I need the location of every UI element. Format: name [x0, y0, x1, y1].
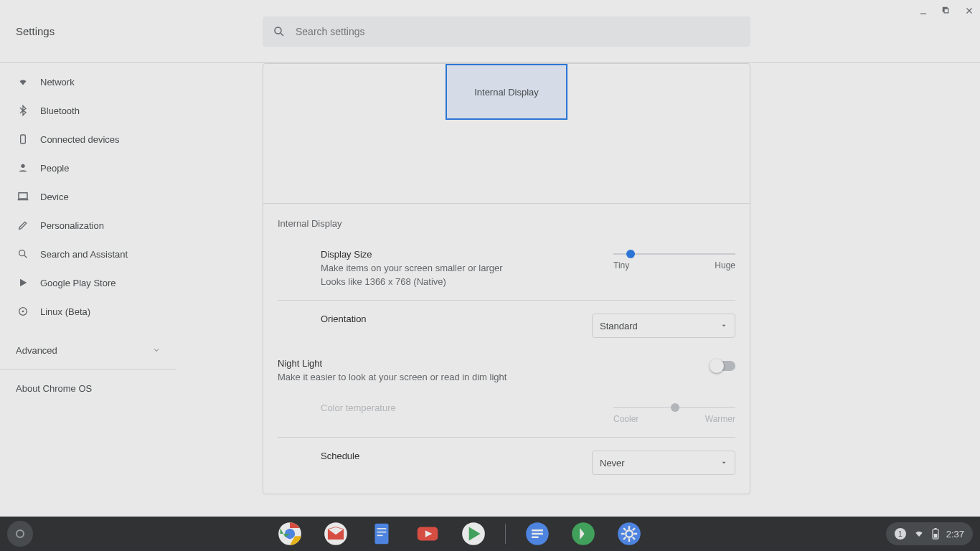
sidebar-item-label: Connected devices — [40, 134, 120, 145]
sidebar-item-label: Bluetooth — [40, 105, 80, 116]
sidebar-item-search-assistant[interactable]: Search and Assistant — [0, 240, 176, 268]
notification-count-badge: 1 — [895, 528, 906, 540]
svg-rect-21 — [934, 528, 936, 529]
wifi-icon — [16, 75, 30, 89]
sidebar-item-label: People — [40, 163, 69, 174]
night-light-sub: Make it easier to look at your screen or… — [278, 372, 507, 382]
display-preview-label: Internal Display — [474, 87, 539, 98]
tray-time: 2:37 — [946, 529, 964, 540]
dropdown-icon — [720, 459, 727, 466]
pencil-icon — [16, 218, 30, 232]
sidebar-about[interactable]: About Chrome OS — [0, 374, 176, 402]
search-icon — [16, 247, 30, 261]
svg-rect-10 — [374, 524, 388, 545]
app-settings[interactable] — [615, 519, 644, 548]
sidebar: Network Bluetooth Connected devices Peop… — [0, 63, 176, 517]
svg-point-0 — [275, 27, 281, 34]
bluetooth-icon — [16, 103, 30, 118]
color-temp-slider: Cooler Warmer — [613, 402, 735, 424]
sidebar-item-label: Google Play Store — [40, 278, 116, 288]
system-tray[interactable]: 1 2:37 — [886, 522, 973, 545]
person-icon — [16, 161, 30, 175]
svg-rect-3 — [19, 193, 27, 199]
display-size-slider[interactable]: Tiny Huge — [613, 249, 735, 270]
app-chrome[interactable] — [275, 519, 304, 548]
schedule-title: Schedule — [321, 451, 592, 461]
window-close-icon[interactable] — [963, 4, 976, 17]
svg-point-4 — [19, 250, 25, 256]
section-title-internal-display: Internal Display — [278, 218, 735, 229]
sidebar-item-bluetooth[interactable]: Bluetooth — [0, 96, 176, 125]
sidebar-divider — [0, 369, 176, 369]
svg-rect-1 — [21, 135, 26, 143]
orientation-value: Standard — [600, 321, 638, 331]
slider-min-label: Tiny — [613, 260, 629, 270]
sidebar-item-device[interactable]: Device — [0, 182, 176, 211]
launcher-button[interactable] — [7, 521, 33, 547]
display-size-title: Display Size — [321, 249, 592, 260]
svg-rect-12 — [377, 532, 387, 533]
app-play-store[interactable] — [459, 519, 488, 548]
sidebar-item-people[interactable]: People — [0, 154, 176, 182]
display-settings-card: Internal Display Internal Display Displa… — [263, 63, 750, 494]
orientation-title: Orientation — [321, 314, 592, 324]
display-size-sub1: Make items on your screen smaller or lar… — [321, 263, 592, 273]
svg-point-2 — [21, 164, 24, 168]
sidebar-item-network[interactable]: Network — [0, 67, 176, 96]
svg-rect-11 — [377, 528, 387, 529]
svg-rect-22 — [933, 534, 937, 538]
launcher-icon — [16, 529, 24, 538]
search-input[interactable] — [296, 26, 740, 37]
sidebar-about-label: About Chrome OS — [16, 383, 92, 394]
sidebar-advanced-toggle[interactable]: Advanced — [0, 336, 176, 364]
sidebar-item-label: Network — [40, 77, 75, 88]
sidebar-item-label: Personalization — [40, 220, 104, 231]
sidebar-item-linux[interactable]: Linux (Beta) — [0, 297, 176, 326]
window-restore-icon[interactable] — [940, 4, 953, 17]
laptop-icon — [16, 189, 30, 204]
sidebar-item-label: Device — [40, 192, 69, 202]
slider-thumb — [671, 403, 679, 412]
app-messages[interactable] — [523, 519, 552, 548]
display-preview-internal[interactable]: Internal Display — [446, 64, 567, 120]
battery-tray-icon — [932, 528, 939, 540]
sidebar-item-personalization[interactable]: Personalization — [0, 211, 176, 240]
chevron-down-icon — [152, 346, 161, 354]
sidebar-item-play-store[interactable]: Google Play Store — [0, 268, 176, 297]
sidebar-item-label: Linux (Beta) — [40, 306, 90, 317]
orientation-select[interactable]: Standard — [592, 314, 735, 338]
wifi-tray-icon — [913, 528, 925, 540]
slider-min-label: Cooler — [613, 414, 639, 424]
slider-thumb[interactable] — [626, 250, 635, 258]
linux-icon — [16, 304, 30, 319]
play-icon — [16, 276, 30, 290]
search-icon — [273, 25, 286, 38]
svg-point-6 — [22, 311, 24, 313]
shelf-separator — [505, 524, 506, 544]
sidebar-item-connected-devices[interactable]: Connected devices — [0, 125, 176, 154]
app-gmail[interactable] — [321, 519, 350, 548]
schedule-select[interactable]: Never — [592, 451, 735, 475]
svg-rect-13 — [377, 535, 383, 537]
sidebar-item-label: Search and Assistant — [40, 249, 128, 260]
slider-max-label: Huge — [715, 260, 735, 270]
page-title: Settings — [16, 25, 263, 37]
color-temp-title: Color temperature — [321, 402, 592, 413]
shelf: 1 2:37 — [0, 517, 980, 551]
schedule-value: Never — [600, 458, 625, 468]
window-minimize-icon[interactable] — [917, 4, 930, 17]
display-size-sub2: Looks like 980 x 551 (Native) — [321, 276, 592, 287]
slider-max-label: Warmer — [705, 414, 735, 424]
app-docs[interactable] — [367, 519, 396, 548]
app-generic-green[interactable] — [569, 519, 598, 548]
dropdown-icon — [720, 322, 727, 329]
night-light-title: Night Light — [278, 358, 507, 369]
sidebar-advanced-label: Advanced — [16, 345, 57, 356]
phone-icon — [16, 132, 30, 146]
night-light-toggle[interactable] — [711, 361, 735, 371]
search-box[interactable] — [263, 17, 750, 47]
app-youtube[interactable] — [413, 519, 442, 548]
display-arrangement-preview: Internal Display — [263, 64, 750, 204]
